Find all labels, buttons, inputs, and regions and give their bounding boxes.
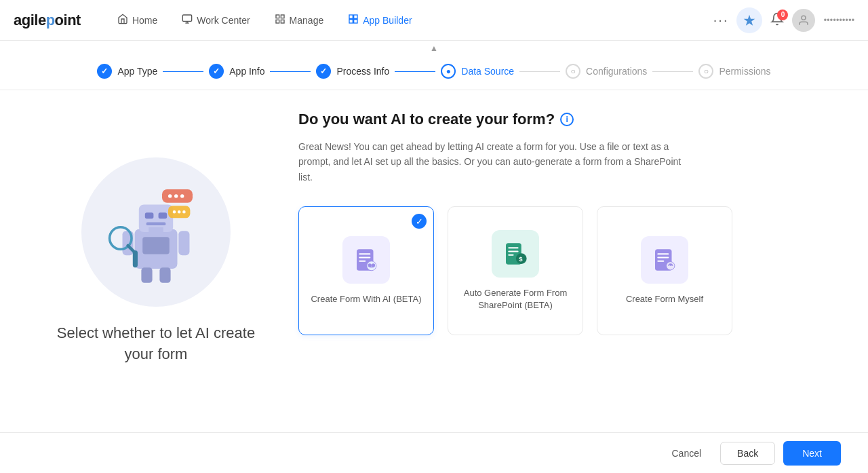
- step-app-type[interactable]: ✓ App Type: [97, 64, 157, 79]
- svg-point-24: [168, 194, 172, 197]
- connector-5: [652, 71, 693, 72]
- main-content: Select whether to let AI create your for…: [0, 90, 868, 432]
- next-button[interactable]: Next: [783, 441, 841, 466]
- stepper-toggle[interactable]: ▲: [0, 41, 868, 56]
- card-label-manual: Create Form Myself: [626, 293, 703, 305]
- card-ai-form[interactable]: ✓ Create Form With AI (BETA): [298, 206, 434, 335]
- svg-point-26: [180, 194, 184, 197]
- step-label-app-info: App Info: [229, 66, 264, 77]
- step-label-permissions: Permissions: [719, 66, 770, 77]
- svg-rect-4: [281, 15, 284, 18]
- grid-icon: [275, 14, 285, 26]
- step-process-info[interactable]: ✓ Process Info: [316, 64, 389, 79]
- stepper-container: ▲ ✓ App Type ✓ App Info ✓ Process Info ●…: [0, 41, 868, 90]
- step-configurations[interactable]: ○ Configurations: [566, 64, 647, 79]
- home-icon: [117, 14, 128, 26]
- step-label-process-info: Process Info: [336, 66, 389, 77]
- step-circle-configurations: ○: [566, 64, 580, 79]
- question-title: Do you want AI to create your form? i: [298, 111, 827, 128]
- step-circle-permissions: ○: [698, 64, 713, 79]
- sparkle-button[interactable]: [736, 7, 762, 33]
- svg-point-39: [368, 263, 372, 267]
- cards-row: ✓ Create Form With AI (BETA): [298, 206, 827, 335]
- info-icon[interactable]: i: [560, 113, 574, 126]
- manual-form-icon: [650, 246, 679, 274]
- card-icon-ai: [342, 236, 390, 284]
- svg-rect-20: [178, 231, 189, 255]
- connector-1: [163, 71, 203, 72]
- nav-items: Home Work Center Manage App Builder: [108, 10, 713, 31]
- svg-point-29: [178, 210, 181, 214]
- step-circle-app-info: ✓: [209, 64, 224, 79]
- monitor-icon: [182, 14, 193, 26]
- nav-workcenter[interactable]: Work Center: [172, 10, 259, 31]
- step-data-source[interactable]: ● Data Source: [441, 64, 514, 79]
- step-circle-data-source: ●: [441, 64, 456, 79]
- logo-text: agilepoint: [14, 12, 81, 29]
- card-sharepoint-form[interactable]: $ Auto Generate Form From SharePoint (BE…: [448, 206, 583, 335]
- svg-rect-33: [133, 250, 138, 267]
- robot-illustration: [81, 157, 231, 307]
- ai-form-icon: [352, 246, 380, 274]
- left-panel-title: Select whether to let AI create your for…: [41, 323, 271, 365]
- connector-3: [395, 71, 435, 72]
- svg-rect-14: [149, 227, 163, 232]
- card-label-sharepoint: Auto Generate Form From SharePoint (BETA…: [459, 287, 572, 311]
- step-circle-process-info: ✓: [316, 64, 331, 79]
- nav-home[interactable]: Home: [108, 10, 167, 31]
- navbar: agilepoint Home Work Center Manage App: [0, 0, 868, 41]
- connector-2: [270, 71, 311, 72]
- cancel-button[interactable]: Cancel: [660, 442, 712, 464]
- notification-bell[interactable]: 0: [770, 12, 784, 29]
- home-label: Home: [132, 15, 157, 26]
- left-panel: Select whether to let AI create your for…: [41, 111, 271, 412]
- svg-rect-8: [354, 15, 357, 18]
- card-check-ai: ✓: [412, 214, 427, 229]
- step-app-info[interactable]: ✓ App Info: [209, 64, 264, 79]
- question-description: Great News! You can get ahead by letting…: [298, 139, 692, 185]
- username-display: ••••••••••: [823, 15, 854, 25]
- user-avatar[interactable]: [792, 9, 815, 32]
- connector-4: [519, 71, 560, 72]
- appbuilder-label: App Builder: [363, 15, 412, 26]
- appbuilder-icon: [348, 14, 359, 26]
- nav-manage[interactable]: Manage: [265, 10, 334, 31]
- workcenter-label: Work Center: [197, 15, 250, 26]
- svg-rect-3: [276, 15, 279, 18]
- svg-point-11: [802, 16, 806, 20]
- svg-rect-10: [354, 20, 357, 23]
- manage-label: Manage: [290, 15, 324, 26]
- svg-rect-16: [159, 212, 167, 219]
- nav-right: ··· 0 ••••••••••: [713, 7, 854, 33]
- svg-rect-5: [276, 20, 279, 23]
- svg-point-30: [182, 210, 186, 214]
- back-button[interactable]: Back: [720, 442, 775, 465]
- card-icon-manual: [641, 236, 688, 284]
- right-panel: Do you want AI to create your form? i Gr…: [271, 111, 827, 412]
- logo[interactable]: agilepoint: [14, 12, 81, 29]
- card-manual-form[interactable]: Create Form Myself: [597, 206, 732, 335]
- svg-rect-18: [142, 237, 170, 254]
- step-label-configurations: Configurations: [586, 66, 647, 77]
- svg-rect-7: [349, 15, 353, 18]
- svg-rect-21: [141, 267, 152, 283]
- robot-svg: [95, 171, 217, 293]
- svg-rect-0: [183, 15, 192, 21]
- stepper: ✓ App Type ✓ App Info ✓ Process Info ● D…: [0, 56, 868, 90]
- more-icon[interactable]: ···: [713, 12, 729, 28]
- chevron-up-icon: ▲: [430, 43, 438, 53]
- step-label-data-source: Data Source: [461, 66, 514, 77]
- svg-rect-9: [349, 20, 353, 23]
- sharepoint-form-icon: $: [501, 240, 530, 268]
- step-circle-app-type: ✓: [97, 64, 112, 79]
- svg-point-25: [174, 194, 178, 197]
- svg-rect-6: [281, 20, 284, 23]
- svg-rect-22: [159, 267, 170, 283]
- step-permissions[interactable]: ○ Permissions: [698, 64, 770, 79]
- notification-badge: 0: [777, 10, 788, 20]
- card-icon-sharepoint: $: [492, 230, 539, 278]
- nav-appbuilder[interactable]: App Builder: [338, 10, 421, 31]
- svg-point-40: [372, 263, 375, 267]
- svg-point-28: [173, 210, 176, 214]
- svg-rect-15: [145, 212, 154, 219]
